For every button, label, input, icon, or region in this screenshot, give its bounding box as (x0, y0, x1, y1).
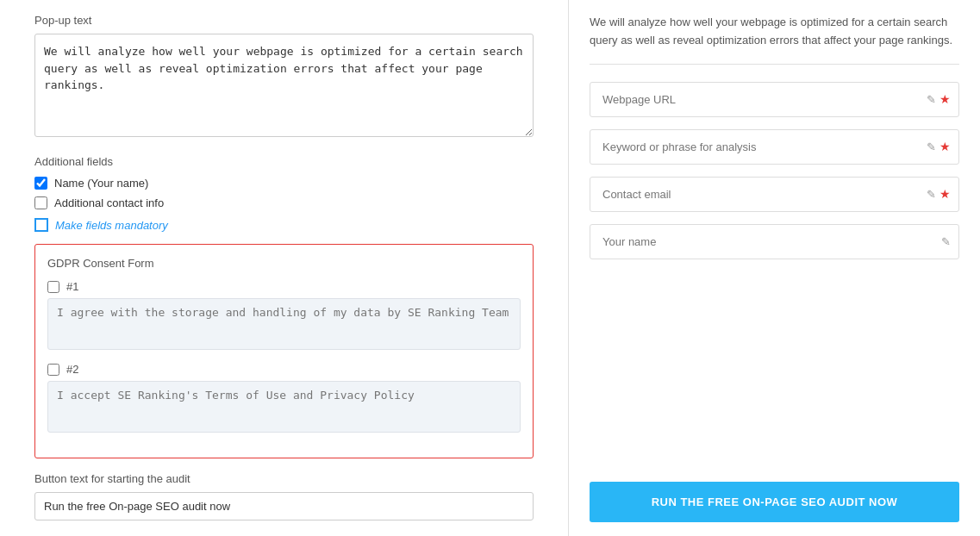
run-audit-button[interactable]: RUN THE FREE ON-PAGE SEO AUDIT NOW (590, 482, 959, 522)
edit-icon[interactable]: ✎ (927, 140, 936, 153)
gdpr-textarea-1[interactable] (47, 298, 521, 350)
field-wrapper-3: ✎ (590, 224, 959, 259)
required-star: ★ (939, 187, 951, 201)
gdpr-item-2-header: #2 (47, 363, 521, 376)
gdpr-item-1-header: #1 (47, 280, 521, 293)
field-icons-0: ✎★ (927, 92, 951, 106)
required-star: ★ (939, 92, 951, 106)
gdpr-item-2: #2 (47, 363, 521, 435)
popup-text-label: Pop-up text (34, 14, 534, 27)
field-input-3[interactable] (590, 224, 959, 259)
gdpr-checkbox-1[interactable] (47, 281, 59, 293)
additional-fields-label: Additional fields (34, 155, 534, 168)
gdpr-textarea-2[interactable] (47, 381, 521, 433)
field-input-2[interactable] (590, 177, 959, 212)
preview-text: We will analyze how well your webpage is… (590, 14, 959, 65)
name-checkbox-row: Name (Your name) (34, 177, 534, 190)
right-panel: We will analyze how well your webpage is… (569, 0, 980, 536)
mandatory-row: Make fields mandatory (34, 218, 534, 232)
popup-text-textarea[interactable]: We will analyze how well your webpage is… (34, 34, 534, 137)
field-input-1[interactable] (590, 129, 959, 165)
edit-icon[interactable]: ✎ (927, 188, 936, 201)
field-icons-1: ✎★ (927, 140, 951, 153)
contact-checkbox-label[interactable]: Additional contact info (54, 196, 164, 209)
name-checkbox[interactable] (34, 177, 47, 190)
gdpr-item-1-number: #1 (66, 280, 78, 293)
gdpr-title: GDPR Consent Form (47, 257, 521, 270)
button-text-label: Button text for starting the audit (34, 472, 534, 485)
name-checkbox-label[interactable]: Name (Your name) (54, 177, 148, 190)
mandatory-checkbox[interactable] (34, 218, 48, 232)
contact-checkbox[interactable] (34, 196, 47, 209)
field-input-0[interactable] (590, 82, 959, 117)
button-text-input[interactable] (34, 492, 534, 520)
gdpr-item-2-number: #2 (66, 363, 78, 376)
form-fields: ✎★✎★✎★✎ (590, 82, 959, 259)
field-wrapper-1: ✎★ (590, 129, 959, 165)
field-wrapper-0: ✎★ (590, 82, 959, 117)
field-icons-3: ✎ (941, 235, 951, 248)
contact-checkbox-row: Additional contact info (34, 196, 534, 209)
mandatory-label[interactable]: Make fields mandatory (55, 219, 168, 232)
left-panel: Pop-up text We will analyze how well you… (0, 0, 569, 536)
field-icons-2: ✎★ (927, 187, 951, 201)
gdpr-item-1: #1 (47, 280, 521, 352)
field-wrapper-2: ✎★ (590, 177, 959, 212)
edit-icon[interactable]: ✎ (941, 235, 951, 248)
gdpr-checkbox-2[interactable] (47, 364, 59, 376)
required-star: ★ (939, 140, 951, 153)
edit-icon[interactable]: ✎ (927, 93, 936, 106)
gdpr-section: GDPR Consent Form #1 #2 (34, 244, 534, 458)
